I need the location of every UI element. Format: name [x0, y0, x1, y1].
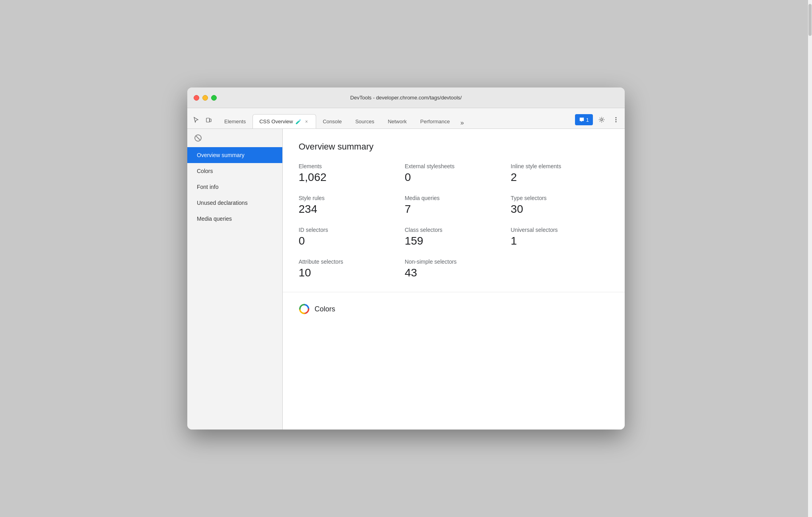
close-button[interactable]: [194, 95, 199, 101]
stat-type-selectors-label: Type selectors: [511, 195, 609, 201]
tab-elements[interactable]: Elements: [218, 114, 253, 128]
notification-button[interactable]: 1: [575, 114, 593, 125]
sidebar-nav: Overview summary Colors Font info Unused…: [187, 147, 282, 227]
more-options-button[interactable]: [610, 114, 622, 125]
colors-title: Colors: [315, 305, 335, 313]
stat-non-simple-selectors: Non-simple selectors 43: [405, 258, 503, 279]
sidebar: Overview summary Colors Font info Unused…: [187, 129, 283, 430]
ellipsis-vertical-icon: [615, 117, 617, 123]
sidebar-item-unused-declarations[interactable]: Unused declarations: [187, 195, 282, 211]
stat-attribute-selectors-value: 10: [299, 266, 397, 279]
stat-style-rules-label: Style rules: [299, 195, 397, 201]
stat-inline-style-label: Inline style elements: [511, 163, 609, 169]
window-title: DevTools - developer.chrome.com/tags/dev…: [350, 95, 462, 101]
stat-style-rules-value: 234: [299, 203, 397, 216]
stat-external-stylesheets: External stylesheets 0: [405, 163, 503, 184]
title-bar: DevTools - developer.chrome.com/tags/dev…: [187, 87, 625, 108]
svg-point-3: [616, 117, 617, 119]
more-tabs-button[interactable]: »: [457, 117, 468, 128]
tab-bar: Elements CSS Overview 🧪 × Console Source…: [187, 108, 625, 129]
stat-class-selectors: Class selectors 159: [405, 227, 503, 247]
svg-line-7: [196, 136, 200, 140]
stat-media-queries-value: 7: [405, 203, 503, 216]
stat-elements: Elements 1,062: [299, 163, 397, 184]
svg-point-5: [616, 121, 617, 122]
svg-point-4: [616, 119, 617, 121]
stat-media-queries-label: Media queries: [405, 195, 503, 201]
stat-inline-style-value: 2: [511, 171, 609, 184]
close-tab-icon[interactable]: ×: [304, 119, 309, 124]
cursor-icon: [193, 117, 199, 123]
stat-non-simple-selectors-label: Non-simple selectors: [405, 258, 503, 265]
colors-section: Colors: [283, 292, 625, 326]
sidebar-item-font-info[interactable]: Font info: [187, 179, 282, 195]
stat-id-selectors-label: ID selectors: [299, 227, 397, 233]
stat-class-selectors-label: Class selectors: [405, 227, 503, 233]
stat-elements-label: Elements: [299, 163, 397, 169]
stat-universal-selectors-value: 1: [511, 235, 609, 247]
stat-external-stylesheets-label: External stylesheets: [405, 163, 503, 169]
stat-id-selectors: ID selectors 0: [299, 227, 397, 247]
device-toggle-button[interactable]: [203, 114, 214, 125]
tabs-container: Elements CSS Overview 🧪 × Console Source…: [218, 114, 575, 128]
colors-icon: [299, 303, 310, 315]
svg-point-2: [601, 119, 603, 121]
toolbar-left: [190, 114, 214, 128]
stat-type-selectors-value: 30: [511, 203, 609, 216]
main-content: Overview summary Colors Font info Unused…: [187, 129, 625, 430]
minimize-button[interactable]: [202, 95, 208, 101]
stat-id-selectors-value: 0: [299, 235, 397, 247]
overview-title: Overview summary: [299, 142, 609, 152]
overview-summary-section: Overview summary Elements 1,062 External…: [283, 129, 625, 292]
tab-console[interactable]: Console: [316, 114, 349, 128]
sidebar-header: [187, 129, 282, 147]
tab-performance[interactable]: Performance: [414, 114, 457, 128]
no-icon: [194, 134, 202, 142]
svg-rect-1: [210, 119, 211, 122]
sidebar-item-overview-summary[interactable]: Overview summary: [187, 147, 282, 163]
device-icon: [206, 117, 212, 123]
content-area: Overview summary Elements 1,062 External…: [283, 129, 625, 430]
stat-external-stylesheets-value: 0: [405, 171, 503, 184]
chat-icon: [579, 117, 585, 122]
stats-grid: Elements 1,062 External stylesheets 0 In…: [299, 163, 609, 279]
sidebar-item-media-queries[interactable]: Media queries: [187, 211, 282, 227]
stat-universal-selectors-label: Universal selectors: [511, 227, 609, 233]
stat-attribute-selectors: Attribute selectors 10: [299, 258, 397, 279]
notification-count: 1: [586, 117, 589, 123]
stat-class-selectors-value: 159: [405, 235, 503, 247]
settings-button[interactable]: [596, 114, 607, 125]
experiment-icon: 🧪: [295, 119, 301, 124]
svg-rect-0: [206, 118, 210, 122]
stat-style-rules: Style rules 234: [299, 195, 397, 216]
maximize-button[interactable]: [211, 95, 217, 101]
stat-type-selectors: Type selectors 30: [511, 195, 609, 216]
toolbar-right: 1: [575, 114, 622, 128]
stat-attribute-selectors-label: Attribute selectors: [299, 258, 397, 265]
tab-network[interactable]: Network: [381, 114, 414, 128]
stat-media-queries: Media queries 7: [405, 195, 503, 216]
tab-sources[interactable]: Sources: [348, 114, 381, 128]
stat-inline-style: Inline style elements 2: [511, 163, 609, 184]
colors-header: Colors: [299, 303, 609, 315]
stat-universal-selectors: Universal selectors 1: [511, 227, 609, 247]
stat-elements-value: 1,062: [299, 171, 397, 184]
devtools-window: DevTools - developer.chrome.com/tags/dev…: [187, 87, 625, 430]
traffic-lights: [194, 95, 217, 101]
sidebar-item-colors[interactable]: Colors: [187, 163, 282, 179]
tab-css-overview[interactable]: CSS Overview 🧪 ×: [253, 114, 316, 128]
cursor-tool-button[interactable]: [190, 114, 202, 125]
stat-non-simple-selectors-value: 43: [405, 266, 503, 279]
gear-icon: [598, 117, 605, 123]
